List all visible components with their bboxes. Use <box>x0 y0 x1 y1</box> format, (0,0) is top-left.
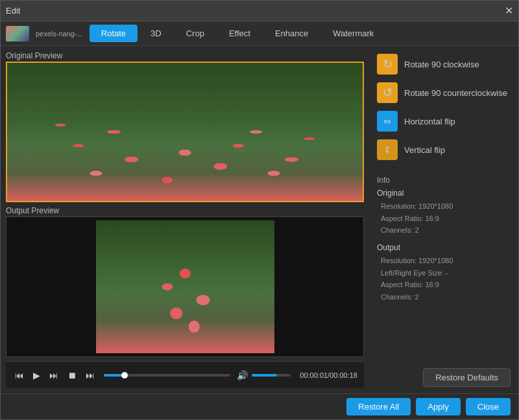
horizontal-flip-label: Horizontal flip <box>404 117 455 126</box>
original-preview-section: Original Preview <box>6 51 364 202</box>
rotate-counterclockwise-icon: ↺ <box>377 82 398 103</box>
play-button[interactable]: ▶ <box>30 369 43 381</box>
rotate-clockwise-option[interactable]: ↻ Rotate 90 clockwise <box>377 52 511 76</box>
output-eye-size: Left/Right Eye Size: - <box>377 267 511 279</box>
original-preview <box>6 62 364 202</box>
info-title: Info <box>377 176 511 185</box>
vertical-flip-label: Vertical flip <box>404 145 445 155</box>
original-info: Original Resolution: 1920*1080 Aspect Ra… <box>377 189 511 237</box>
close-button[interactable]: ✕ <box>505 5 513 17</box>
vertical-flip-option[interactable]: ⇕ Vertical flip <box>377 138 511 161</box>
tab-enhance[interactable]: Enhance <box>263 25 320 42</box>
output-aspect-ratio: Aspect Ratio: 16:9 <box>377 279 511 291</box>
rotate-clockwise-icon: ↻ <box>377 54 398 75</box>
tab-effect[interactable]: Effect <box>217 25 262 42</box>
volume-fill <box>252 374 277 377</box>
apply-button[interactable]: Apply <box>416 398 461 415</box>
next-frame-button[interactable]: ⏭ <box>47 369 61 381</box>
window-title: Edit <box>6 6 505 16</box>
skip-back-button[interactable]: ⏮ <box>12 369 27 381</box>
volume-bar[interactable] <box>252 374 291 377</box>
horizontal-flip-option[interactable]: ⇔ Horizontal flip <box>377 110 511 133</box>
tab-3d[interactable]: 3D <box>139 25 173 42</box>
tabs-bar: pexels-nang-... Rotate 3D Crop Effect En… <box>1 21 518 46</box>
close-bottom-button[interactable]: Close <box>466 398 511 415</box>
restore-defaults-row: Restore Defaults <box>377 363 511 387</box>
main-content: Original Preview Output Preview ⏮ ▶ ⏭ <box>1 46 518 393</box>
output-info: Output Resolution: 1920*1080 Left/Right … <box>377 243 511 303</box>
rotate-counterclockwise-option[interactable]: ↺ Rotate 90 counterclockwise <box>377 81 511 104</box>
rotate-clockwise-label: Rotate 90 clockwise <box>404 60 479 69</box>
info-section: Info Original Resolution: 1920*1080 Aspe… <box>377 176 511 359</box>
output-preview <box>6 216 364 357</box>
thumbnail-label: pexels-nang-... <box>36 30 83 38</box>
volume-icon: 🔊 <box>237 370 248 380</box>
thumbnail <box>6 26 29 41</box>
output-preview-section: Output Preview <box>6 206 364 357</box>
tab-crop[interactable]: Crop <box>175 25 216 42</box>
bottom-bar: Restore All Apply Close <box>1 393 518 419</box>
original-channels: Channels: 2 <box>377 224 511 237</box>
vertical-flip-icon: ⇕ <box>377 139 398 160</box>
output-channels: Channels: 2 <box>377 291 511 303</box>
rotate-counterclockwise-label: Rotate 90 counterclockwise <box>404 88 507 98</box>
original-image <box>7 63 363 201</box>
right-panel: ↻ Rotate 90 clockwise ↺ Rotate 90 counte… <box>369 46 518 393</box>
time-display: 00:00:01/00:00:18 <box>300 371 357 379</box>
restore-all-button[interactable]: Restore All <box>346 398 411 415</box>
left-panel: Original Preview Output Preview ⏮ ▶ ⏭ <box>1 46 369 393</box>
progress-bar[interactable] <box>104 374 230 377</box>
stop-button[interactable]: ⏹ <box>65 369 79 381</box>
tab-watermark[interactable]: Watermark <box>321 25 385 42</box>
progress-fill <box>104 374 123 377</box>
progress-thumb <box>121 372 128 379</box>
output-image <box>6 217 363 356</box>
edit-window: Edit ✕ pexels-nang-... Rotate 3D Crop Ef… <box>0 0 519 420</box>
rotate-options: ↻ Rotate 90 clockwise ↺ Rotate 90 counte… <box>377 52 511 161</box>
horizontal-flip-icon: ⇔ <box>377 111 398 132</box>
original-aspect-ratio: Aspect Ratio: 16:9 <box>377 213 511 225</box>
original-preview-label: Original Preview <box>6 51 364 60</box>
restore-defaults-button[interactable]: Restore Defaults <box>423 368 511 387</box>
original-resolution: Resolution: 1920*1080 <box>377 200 511 213</box>
output-image-inner <box>96 220 274 353</box>
output-resolution: Resolution: 1920*1080 <box>377 255 511 267</box>
original-info-label: Original <box>377 189 511 198</box>
output-info-label: Output <box>377 243 511 252</box>
tab-rotate[interactable]: Rotate <box>90 25 138 42</box>
skip-end-button[interactable]: ⏭ <box>83 369 97 381</box>
player-controls: ⏮ ▶ ⏭ ⏹ ⏭ 🔊 00:00:01/00:00:18 <box>6 361 364 388</box>
titlebar: Edit ✕ <box>1 1 518 21</box>
output-preview-label: Output Preview <box>6 206 364 215</box>
